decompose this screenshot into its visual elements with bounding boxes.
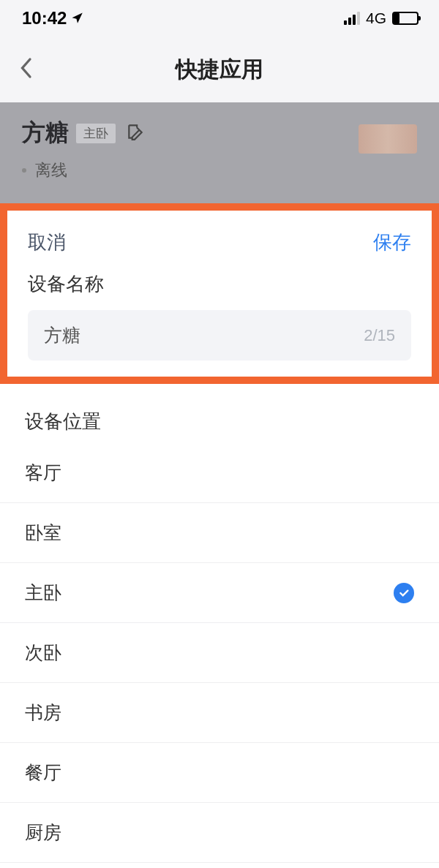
status-time: 10:42 — [22, 8, 67, 29]
location-item[interactable]: 次卧 — [0, 623, 439, 683]
edit-name-panel: 取消 保存 设备名称 方糖 2/15 — [0, 203, 439, 384]
device-status: 离线 — [22, 159, 417, 181]
signal-icon — [344, 12, 360, 25]
device-name: 方糖 — [22, 117, 69, 149]
save-button[interactable]: 保存 — [373, 230, 411, 255]
name-field-label: 设备名称 — [7, 264, 432, 310]
chevron-left-icon — [19, 57, 32, 79]
location-item[interactable]: 厨房 — [0, 803, 439, 863]
edit-icon[interactable] — [126, 122, 145, 144]
location-item-label: 主卧 — [25, 581, 61, 605]
check-icon — [394, 583, 414, 603]
nav-bar: 快捷应用 — [0, 37, 439, 102]
location-arrow-icon — [71, 12, 84, 25]
location-item[interactable]: 餐厅 — [0, 743, 439, 803]
location-item-label: 餐厅 — [25, 761, 61, 785]
location-item[interactable]: 客厅 — [0, 443, 439, 503]
location-item[interactable]: 主卧 — [0, 563, 439, 623]
location-label: 设备位置 — [0, 409, 439, 443]
cancel-button[interactable]: 取消 — [28, 230, 66, 255]
back-button[interactable] — [19, 57, 32, 82]
location-item[interactable]: 门口 — [0, 863, 439, 868]
location-list: 客厅卧室主卧次卧书房餐厅厨房门口 — [0, 443, 439, 868]
input-counter: 2/15 — [364, 326, 395, 345]
room-tag: 主卧 — [76, 124, 116, 143]
location-item-label: 客厅 — [25, 461, 61, 485]
location-item-label: 次卧 — [25, 641, 61, 665]
battery-icon — [392, 12, 419, 25]
location-item-label: 卧室 — [25, 521, 61, 545]
status-bar: 10:42 4G — [0, 0, 439, 37]
network-label: 4G — [366, 10, 386, 27]
location-item-label: 厨房 — [25, 820, 61, 845]
page-title: 快捷应用 — [176, 55, 263, 85]
location-section: 设备位置 客厅卧室主卧次卧书房餐厅厨房门口 — [0, 384, 439, 868]
device-name-input[interactable]: 方糖 2/15 — [28, 310, 411, 361]
device-image — [359, 124, 417, 154]
input-value: 方糖 — [44, 323, 80, 347]
location-item-label: 书房 — [25, 701, 61, 725]
location-item[interactable]: 书房 — [0, 683, 439, 743]
device-header: 方糖 主卧 离线 — [0, 102, 439, 203]
location-item[interactable]: 卧室 — [0, 503, 439, 563]
